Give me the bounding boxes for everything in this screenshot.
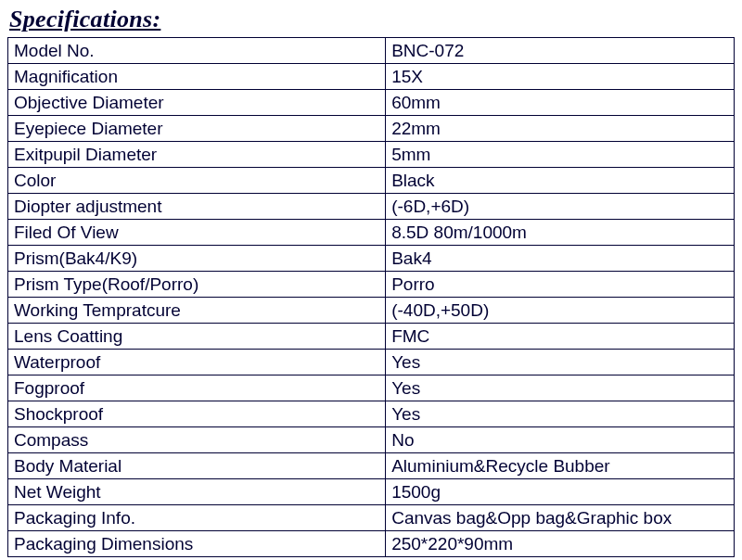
spec-value: (-40D,+50D) <box>386 298 735 324</box>
spec-label: Body Material <box>8 453 386 479</box>
spec-value: Porro <box>386 272 735 298</box>
spec-label: Color <box>8 168 386 194</box>
spec-value: BNC-072 <box>386 38 735 64</box>
spec-label: Eyepiece Diameter <box>8 116 386 142</box>
spec-value: 5mm <box>386 142 735 168</box>
spec-value: Bak4 <box>386 246 735 272</box>
spec-label: Objective Diameter <box>8 90 386 116</box>
spec-value: Aluminium&Recycle Bubber <box>386 453 735 479</box>
spec-value: 15X <box>386 64 735 90</box>
table-row: Working Tempratcure(-40D,+50D) <box>8 298 735 324</box>
spec-value: FMC <box>386 324 735 350</box>
table-row: Objective Diameter60mm <box>8 90 735 116</box>
spec-label: Shockproof <box>8 401 386 427</box>
spec-label: Waterproof <box>8 350 386 375</box>
spec-label: Prism Type(Roof/Porro) <box>8 272 386 298</box>
table-row: ShockproofYes <box>8 401 735 427</box>
spec-label: Packaging Dimensions <box>8 531 386 557</box>
spec-value: Black <box>386 168 735 194</box>
table-row: Diopter adjustment(-6D,+6D) <box>8 194 735 220</box>
spec-value: Yes <box>386 401 735 427</box>
spec-value: 1500g <box>386 479 735 505</box>
table-row: Lens CoattingFMC <box>8 324 735 350</box>
spec-label: Exitpupil Diameter <box>8 142 386 168</box>
spec-value: Yes <box>386 375 735 401</box>
table-row: ColorBlack <box>8 168 735 194</box>
spec-label: Packaging Info. <box>8 505 386 531</box>
spec-label: Filed Of View <box>8 220 386 246</box>
spec-label: Net Weight <box>8 479 386 505</box>
table-row: Exitpupil Diameter5mm <box>8 142 735 168</box>
table-row: Prism Type(Roof/Porro)Porro <box>8 272 735 298</box>
spec-label: Working Tempratcure <box>8 298 386 324</box>
spec-value: (-6D,+6D) <box>386 194 735 220</box>
table-row: Eyepiece Diameter22mm <box>8 116 735 142</box>
spec-label: Fogproof <box>8 375 386 401</box>
spec-table: Model No.BNC-072Magnification15XObjectiv… <box>7 37 735 557</box>
spec-label: Model No. <box>8 38 386 64</box>
table-row: Body MaterialAluminium&Recycle Bubber <box>8 453 735 479</box>
table-row: Packaging Info.Canvas bag&Opp bag&Graphi… <box>8 505 735 531</box>
spec-value: 250*220*90mm <box>386 531 735 557</box>
page-title: Specifications: <box>9 6 735 33</box>
spec-value: Canvas bag&Opp bag&Graphic box <box>386 505 735 531</box>
table-row: WaterproofYes <box>8 350 735 375</box>
table-row: Filed Of View8.5D 80m/1000m <box>8 220 735 246</box>
table-row: Net Weight1500g <box>8 479 735 505</box>
table-row: Magnification15X <box>8 64 735 90</box>
table-row: Packaging Dimensions250*220*90mm <box>8 531 735 557</box>
table-row: FogproofYes <box>8 375 735 401</box>
spec-value: 60mm <box>386 90 735 116</box>
spec-label: Diopter adjustment <box>8 194 386 220</box>
table-row: Prism(Bak4/K9)Bak4 <box>8 246 735 272</box>
spec-label: Magnification <box>8 64 386 90</box>
spec-label: Lens Coatting <box>8 324 386 350</box>
table-row: CompassNo <box>8 427 735 453</box>
spec-value: 8.5D 80m/1000m <box>386 220 735 246</box>
table-row: Model No.BNC-072 <box>8 38 735 64</box>
spec-label: Prism(Bak4/K9) <box>8 246 386 272</box>
spec-value: No <box>386 427 735 453</box>
spec-value: 22mm <box>386 116 735 142</box>
spec-label: Compass <box>8 427 386 453</box>
spec-value: Yes <box>386 350 735 375</box>
